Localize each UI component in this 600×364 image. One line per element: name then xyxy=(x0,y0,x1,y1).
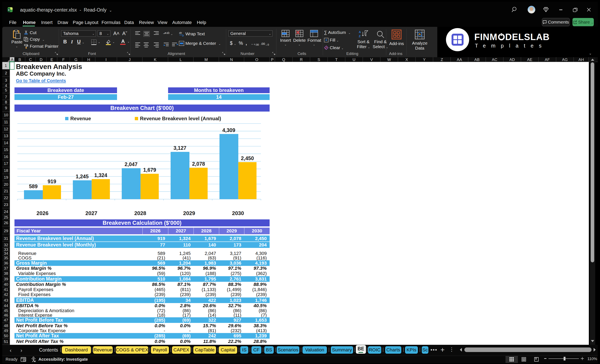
svg-text:1,679: 1,679 xyxy=(143,167,156,173)
svg-text:919: 919 xyxy=(47,179,56,184)
svg-text:589: 589 xyxy=(29,183,38,189)
svg-text:Z: Z xyxy=(359,34,361,38)
svg-text:2026: 2026 xyxy=(37,210,49,216)
svg-text:ab: ab xyxy=(179,31,182,34)
svg-text:3,127: 3,127 xyxy=(173,145,187,151)
svg-text:2029: 2029 xyxy=(183,210,195,216)
svg-text:2028: 2028 xyxy=(134,210,146,216)
svg-text:Revenue: Revenue xyxy=(70,116,91,121)
svg-text:4,309: 4,309 xyxy=(222,127,235,133)
svg-text:2027: 2027 xyxy=(85,210,97,216)
svg-text:2,078: 2,078 xyxy=(192,161,205,167)
svg-text:A: A xyxy=(359,30,361,34)
svg-text:Revenue Breakeven level (Annua: Revenue Breakeven level (Annual) xyxy=(140,116,221,121)
svg-text:2,047: 2,047 xyxy=(125,161,138,167)
svg-text:1,324: 1,324 xyxy=(94,172,107,178)
svg-text:1,245: 1,245 xyxy=(76,173,89,179)
svg-text:2030: 2030 xyxy=(232,210,244,216)
svg-text:x: x xyxy=(8,8,10,11)
svg-text:2,450: 2,450 xyxy=(241,155,254,161)
